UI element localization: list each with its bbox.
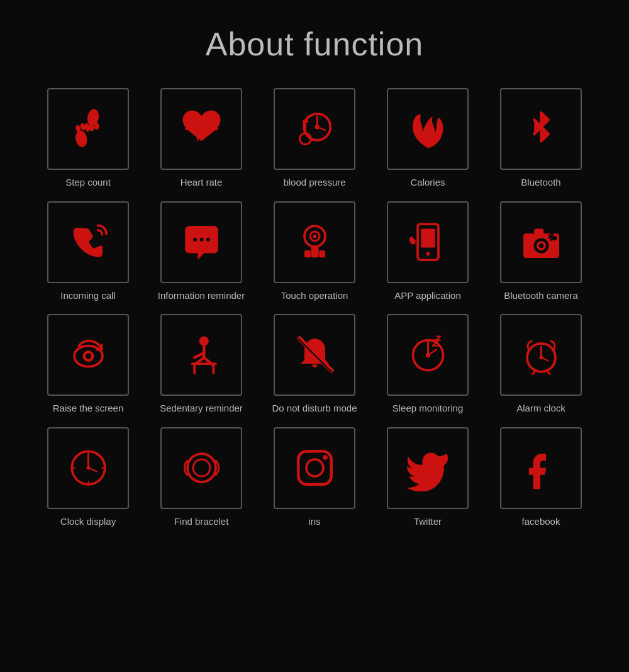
svg-point-20 — [206, 238, 210, 242]
facebook-icon-box — [500, 427, 582, 509]
feature-item: Clock display — [38, 427, 138, 528]
feature-item: Information reminder — [151, 201, 252, 302]
feature-item: ins — [264, 427, 365, 528]
raise-screen-icon-box — [47, 314, 129, 396]
touch-operation-icon-box — [274, 201, 355, 283]
svg-point-18 — [193, 238, 197, 242]
feature-item: Sedentary reminder — [151, 314, 252, 415]
svg-rect-28 — [421, 229, 435, 248]
svg-point-64 — [187, 454, 216, 482]
feature-item: Sleep monitoring — [377, 314, 478, 415]
svg-rect-26 — [319, 250, 325, 257]
bluetooth-camera-icon-box — [500, 201, 582, 283]
feature-item: Find bracelet — [151, 427, 252, 528]
svg-point-65 — [193, 459, 210, 476]
page-title: About function — [206, 25, 423, 63]
incoming-call-icon-box — [47, 201, 129, 283]
svg-line-55 — [547, 371, 550, 374]
feature-label: Raise the screen — [53, 402, 124, 415]
svg-point-68 — [323, 455, 328, 460]
feature-label: APP application — [394, 289, 461, 302]
feature-label: Bluetooth camera — [504, 289, 578, 302]
svg-rect-34 — [534, 229, 543, 235]
feature-label: Twitter — [414, 515, 442, 528]
information-reminder-icon-box — [160, 201, 242, 283]
feature-label: ins — [308, 515, 320, 528]
sedentary-reminder-icon-box — [160, 314, 242, 396]
feature-label: Do not disturb mode — [272, 402, 357, 415]
do-not-disturb-icon-box — [274, 314, 355, 396]
sleep-monitoring-icon-box — [387, 314, 469, 396]
feature-label: Sleep monitoring — [392, 402, 464, 415]
find-bracelet-icon-box — [160, 427, 242, 509]
blood-pressure-icon-box — [274, 88, 355, 170]
twitter-icon-box — [387, 427, 469, 509]
feature-label: Touch operation — [281, 289, 348, 302]
feature-label: Sedentary reminder — [160, 402, 243, 415]
svg-point-23 — [313, 235, 316, 238]
app-application-icon-box — [387, 201, 469, 283]
feature-label: facebook — [522, 515, 560, 528]
calories-icon-box — [387, 88, 469, 170]
feature-label: Incoming call — [60, 289, 116, 302]
feature-item: blood pressure — [264, 88, 365, 189]
feature-label: Bluetooth — [521, 176, 560, 189]
feature-item: Incoming call — [38, 201, 138, 302]
feature-label: Calories — [410, 176, 445, 189]
svg-line-49 — [428, 349, 437, 355]
feature-label: Heart rate — [181, 176, 223, 189]
svg-rect-25 — [304, 250, 311, 257]
feature-item: Do not disturb mode — [264, 314, 365, 415]
feature-item: Alarm clock — [491, 314, 591, 415]
alarm-clock-icon-box — [500, 314, 582, 396]
feature-item: Twitter — [377, 427, 478, 528]
svg-point-19 — [199, 238, 203, 242]
feature-item: APP application — [377, 201, 478, 302]
feature-label: Alarm clock — [516, 402, 565, 415]
feature-label: Find bracelet — [174, 515, 229, 528]
feature-label: Step count — [65, 176, 111, 189]
svg-point-38 — [86, 353, 91, 359]
svg-line-59 — [88, 468, 97, 472]
clock-display-icon-box — [47, 427, 129, 509]
svg-rect-24 — [311, 246, 318, 258]
feature-item: Calories — [377, 88, 478, 189]
feature-item: Bluetooth — [491, 88, 591, 189]
svg-line-54 — [533, 371, 536, 374]
svg-point-33 — [538, 244, 543, 249]
feature-item: Raise the screen — [38, 314, 138, 415]
feature-item: facebook — [491, 427, 591, 528]
features-grid: Step count Heart rate blood pressure Cal… — [38, 88, 591, 527]
feature-label: Information reminder — [158, 289, 245, 302]
feature-item: Step count — [38, 88, 138, 189]
feature-label: Clock display — [60, 515, 116, 528]
heart-rate-icon-box — [160, 88, 242, 170]
feature-item: Bluetooth camera — [491, 201, 591, 302]
feature-item: Heart rate — [151, 88, 252, 189]
svg-point-67 — [306, 459, 323, 476]
feature-item: Touch operation — [264, 201, 365, 302]
feature-label: blood pressure — [283, 176, 345, 189]
svg-point-0 — [74, 129, 88, 148]
svg-point-29 — [426, 252, 430, 255]
svg-line-53 — [541, 357, 548, 361]
step-count-icon-box — [47, 88, 129, 170]
bluetooth-icon-box — [500, 88, 582, 170]
instagram-icon-box — [274, 427, 355, 509]
